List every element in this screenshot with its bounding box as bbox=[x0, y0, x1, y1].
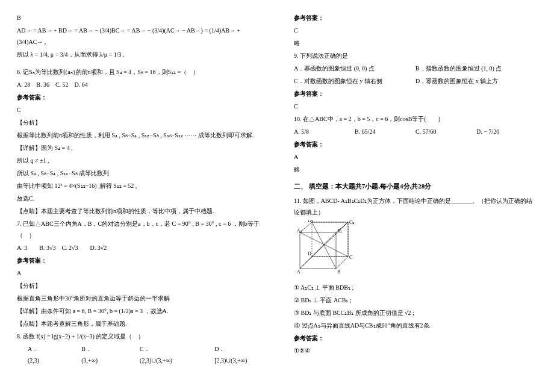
svg-line-9 bbox=[312, 222, 336, 269]
q6-step-b: 所以 S₄ , S₈−S₄ , S₁₂−S₈ 成等比数列 bbox=[17, 167, 260, 179]
q10-choice-b: B. 65/24 bbox=[355, 126, 416, 137]
q7-choices: A. 3 B. 3√3 C. 2√3 D. 3√2 bbox=[17, 242, 260, 254]
q7-stem: 7. 已知△ABC三个内角A，B，C的对边分别是a，b，c，若 C = 90° … bbox=[17, 218, 260, 241]
q11-option-4: ④ 过点A₁与异面直线AD与CB₁成60°角的直线有2条. bbox=[294, 320, 537, 331]
svg-line-4 bbox=[336, 257, 348, 269]
q6-analysis-body: 根据等比数列前n项和的性质，利用 S₄ , S₈−S₄ , S₁₂−S₈ , S… bbox=[17, 129, 260, 141]
svg-text:D₁: D₁ bbox=[308, 220, 313, 223]
q10-choice-d: D. − 7/20 bbox=[476, 126, 537, 137]
svg-line-10 bbox=[300, 232, 336, 269]
q10-stem: 10. 在△ABC中，a = 2，b = 5，c = 6，则cosB等于( ) bbox=[294, 113, 537, 125]
svg-text:A: A bbox=[297, 269, 300, 275]
q7-comment: 【点睛】本题考查解三角形，属于基础题. bbox=[17, 318, 260, 329]
q8-choice-b: B．(3,+∞) bbox=[81, 343, 98, 366]
q6-step-c: 由等比中项知 12² = 4×(S₁₂−16) ,解得 S₁₂ = 52 , bbox=[17, 180, 260, 191]
q9-choice-b: B．指数函数的图象恒过 (1, 0) 点 bbox=[416, 63, 537, 74]
q9-choice-a: A．幂函数的图象恒过 (0, 0) 点 bbox=[294, 63, 416, 74]
answer-heading: 参考答案： bbox=[294, 12, 537, 23]
q10-note: 略 bbox=[294, 164, 537, 175]
q11-option-1: ① A₁C₁ ⊥ 平面 BDB₁ ; bbox=[294, 282, 537, 293]
svg-text:A₁: A₁ bbox=[297, 228, 302, 234]
q10-choices: A. 5/8 B. 65/24 C. 57/60 D. − 7/20 bbox=[294, 126, 537, 137]
section-2-heading: 二、 填空题：本大题共7小题,每小题4分,共28分 bbox=[294, 180, 537, 193]
q11-option-3: ③ BD₁ 与底面 BCC₁B₁ 所成角的正切值是 √2 ; bbox=[294, 307, 537, 319]
q6-stem: 6. 记Sₙ为等比数列{aₙ}的前n项和，且 S₄ = 4，S₈ = 16，则S… bbox=[17, 66, 260, 78]
q5-answer-letter: B bbox=[17, 12, 260, 23]
cube-figure: A₁ B₁ C₁ D₁ A B C D bbox=[294, 220, 360, 279]
q5-expression-1: AD→ = AB→ + BD→ = AB→ − (3/4)BC→ = AB→ −… bbox=[17, 25, 260, 48]
answer-heading: 参考答案： bbox=[17, 92, 260, 103]
answer-heading: 参考答案： bbox=[17, 255, 260, 266]
q8-choice-c: C．(2,3)∪(3,+∞) bbox=[140, 343, 172, 366]
q8-choices: A．(2,3) B．(3,+∞) C．(2,3)∪(3,+∞) D．[2,3)∪… bbox=[28, 343, 260, 366]
right-column: 参考答案： C 略 9. 下列说法正确的是 A．幂函数的图象恒过 (0, 0) … bbox=[277, 0, 554, 392]
q8-choice-a: A．(2,3) bbox=[28, 343, 39, 366]
q8-note: 略 bbox=[294, 37, 537, 49]
svg-text:D: D bbox=[308, 251, 311, 257]
q6-choices: A. 28 B. 36 C. 52 D. 64 bbox=[17, 79, 260, 90]
q6-detail-heading: 【详解】因为 S₄ = 4 , bbox=[17, 142, 260, 154]
q8-answer: C bbox=[294, 25, 537, 36]
q7-detail: 【详解】由条件可知 a = 6, B = 30°, b = (1/2)a = 3… bbox=[17, 305, 260, 317]
answer-heading: 参考答案： bbox=[294, 332, 537, 344]
analysis-heading: 【分析】 bbox=[17, 280, 260, 291]
left-column: B AD→ = AB→ + BD→ = AB→ − (3/4)BC→ = AB→… bbox=[0, 0, 277, 392]
q9-choice-d: D．幂函数的图象恒在 x 轴上方 bbox=[416, 75, 537, 87]
q8-stem: 8. 函数 f(x) = lg(x−2) + 1/(x−3) 的定义域是（ ） bbox=[17, 331, 260, 342]
q9-row-ab: A．幂函数的图象恒过 (0, 0) 点 B．指数函数的图象恒过 (1, 0) 点 bbox=[294, 63, 537, 74]
q11-answer: ①②④ bbox=[294, 345, 537, 356]
svg-text:B: B bbox=[337, 269, 340, 275]
q9-answer: C bbox=[294, 101, 537, 112]
analysis-heading: 【分析】 bbox=[17, 117, 260, 128]
q6-answer: C bbox=[17, 104, 260, 116]
answer-heading: 参考答案： bbox=[294, 88, 537, 99]
q6-comment: 【点睛】本题主要考查了等比数列前n项和的性质，等比中项，属于中档题. bbox=[17, 205, 260, 217]
q9-row-cd: C．对数函数的图象恒在 y 轴右侧 D．幂函数的图象恒在 x 轴上方 bbox=[294, 75, 537, 87]
q7-analysis-body: 根据直角三角形中30°角所对的直角边等于斜边的一半求解 bbox=[17, 293, 260, 304]
q11-option-2: ② BD₁ ⊥ 平面 ACB₁ ; bbox=[294, 294, 537, 306]
svg-text:B₁: B₁ bbox=[337, 228, 342, 234]
svg-text:C₁: C₁ bbox=[349, 220, 354, 225]
q10-answer: A bbox=[294, 151, 537, 163]
q7-answer: A bbox=[17, 267, 260, 279]
q9-choice-c: C．对数函数的图象恒在 y 轴右侧 bbox=[294, 75, 416, 87]
q10-choice-c: C. 57/60 bbox=[416, 126, 476, 137]
q6-step-a: 所以 q ≠ ±1 , bbox=[17, 155, 260, 166]
q10-choice-a: A. 5/8 bbox=[294, 126, 355, 137]
q9-stem: 9. 下列说法正确的是 bbox=[294, 50, 537, 61]
q5-expression-2: 所以 λ = 1/4, μ = 3/4，从而求得 λ/μ = 1/3 . bbox=[17, 49, 260, 60]
answer-heading: 参考答案： bbox=[294, 138, 537, 150]
q11-stem: 11. 如图，ABCD- A₁B₁C₁D₁为正方体，下面结论中正确的是_____… bbox=[294, 195, 537, 218]
q8-choice-d: D．[2,3)∪(3,+∞) bbox=[214, 343, 247, 366]
svg-text:C: C bbox=[349, 255, 352, 260]
q6-step-d: 故选C. bbox=[17, 193, 260, 204]
